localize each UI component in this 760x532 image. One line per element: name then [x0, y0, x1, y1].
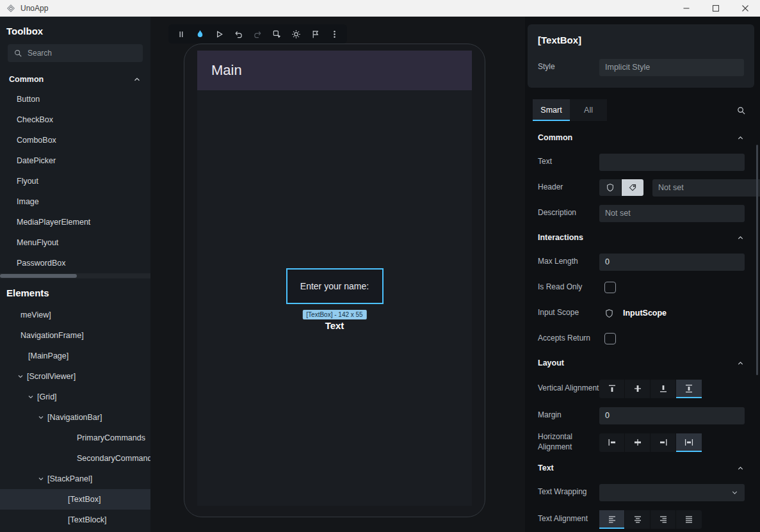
valign-top-button[interactable] [599, 380, 625, 398]
toolbox-item[interactable]: PasswordBox [0, 253, 150, 273]
valign-bottom-button[interactable] [651, 380, 676, 398]
titlebar: UnoApp [0, 0, 760, 17]
close-button[interactable] [731, 0, 760, 16]
tab-all[interactable]: All [570, 99, 607, 121]
drag-handle-icon[interactable] [174, 26, 188, 42]
text-wrapping-label: Text Wrapping [538, 487, 599, 497]
max-length-input[interactable] [599, 254, 745, 271]
toolbox-search-input[interactable] [28, 49, 137, 58]
halign-stretch-button[interactable] [676, 433, 702, 452]
section-text[interactable]: Text [538, 456, 745, 480]
play-icon[interactable] [212, 26, 227, 42]
tree-item[interactable]: PrimaryCommands [0, 428, 150, 448]
tree-item[interactable]: meView] [0, 305, 150, 325]
selection-header-card: [TextBox] Style [528, 24, 754, 88]
input-scope-shield-icon[interactable] [604, 309, 614, 318]
app-window: UnoApp Toolbox Common [0, 0, 760, 532]
toolbox-horizontal-scrollbar[interactable] [0, 273, 150, 278]
more-options-icon[interactable] [327, 26, 342, 42]
element-picker-icon[interactable] [270, 26, 284, 42]
toolbox-item[interactable]: MediaPlayerElement [0, 212, 150, 232]
search-icon [13, 49, 22, 58]
header-binding-shield-icon[interactable] [599, 179, 621, 196]
toolbox-item[interactable]: Flyout [0, 171, 150, 191]
horizontal-alignment-group [599, 433, 702, 452]
redo-icon[interactable] [250, 26, 265, 42]
left-sidebar: Toolbox Common Button CheckBox [0, 17, 150, 532]
toolbox-item[interactable]: ComboBox [0, 130, 150, 150]
toolbox-item[interactable]: MenuFlyout [0, 232, 150, 253]
properties-list: Common Text Header [525, 121, 760, 532]
chevron-down-icon[interactable] [27, 393, 37, 401]
tree-item[interactable]: NavigationFrame] [0, 325, 150, 346]
tree-item[interactable]: [TextBlock] [0, 510, 150, 530]
flag-icon[interactable] [308, 26, 323, 42]
input-scope-value[interactable]: InputScope [623, 309, 667, 318]
toolbox-item[interactable]: DatePicker [0, 150, 150, 171]
theme-toggle-icon[interactable] [289, 26, 303, 42]
hot-reload-flame-icon[interactable] [193, 26, 207, 42]
toolbox-item[interactable]: CheckBox [0, 109, 150, 130]
toolbox-item[interactable]: Image [0, 191, 150, 212]
header-mode-toggle [599, 179, 643, 196]
section-interactions[interactable]: Interactions [538, 226, 745, 249]
tree-item[interactable]: [Grid] [0, 387, 150, 407]
header-tag-icon[interactable] [622, 179, 643, 196]
tree-item[interactable]: [ScrollViewer] [0, 366, 150, 387]
chevron-down-icon[interactable] [37, 414, 47, 421]
design-canvas: Main Enter your name: [TextBox] - 142 x … [150, 17, 525, 532]
text-input[interactable] [599, 154, 745, 171]
tree-item[interactable]: [MainPage] [0, 346, 150, 366]
prop-vertical-alignment-row: Vertical Alignment [538, 375, 745, 403]
text-align-center-button[interactable] [625, 510, 651, 529]
prop-textwrapping-row: Text Wrapping [538, 480, 745, 505]
tree-item[interactable]: [StackPanel] [0, 469, 150, 489]
halign-left-button[interactable] [599, 433, 625, 452]
toolbox-title: Toolbox [0, 17, 150, 43]
minimize-button[interactable] [672, 0, 701, 16]
chevron-up-icon [736, 464, 745, 472]
tree-item[interactable]: SecondaryCommands [0, 448, 150, 469]
chevron-down-icon[interactable] [37, 475, 47, 483]
text-wrapping-dropdown[interactable] [599, 484, 745, 501]
toolbox-group-common[interactable]: Common [0, 70, 150, 89]
text-label: Text [538, 157, 599, 167]
text-align-justify-button[interactable] [676, 510, 702, 529]
tree-item[interactable]: [TextBox] [0, 489, 150, 510]
text-align-right-button[interactable] [651, 510, 676, 529]
description-label: Description [538, 208, 599, 218]
maximize-button[interactable] [701, 0, 731, 16]
properties-search-icon[interactable] [736, 106, 746, 115]
toolbox-item[interactable]: Button [0, 89, 150, 109]
tree-item[interactable]: [NavigationBar] [0, 407, 150, 428]
toolbox-search[interactable] [8, 44, 143, 62]
vertical-alignment-label: Vertical Alignment [538, 383, 599, 394]
style-input[interactable] [599, 59, 744, 76]
prop-horizontal-alignment-row: Horizontal Alignment [538, 428, 745, 456]
inspector-vertical-scrollbar[interactable] [756, 145, 758, 375]
toolbox-list: Button CheckBox ComboBox DatePicker Flyo… [0, 89, 150, 273]
scrollbar-thumb[interactable] [0, 274, 77, 278]
is-read-only-checkbox[interactable] [604, 282, 616, 293]
text-align-left-button[interactable] [599, 510, 625, 529]
undo-icon[interactable] [231, 26, 246, 42]
halign-right-button[interactable] [651, 433, 676, 452]
description-input[interactable] [599, 205, 745, 222]
chevron-down-icon[interactable] [17, 373, 27, 380]
accepts-return-checkbox[interactable] [604, 333, 616, 344]
valign-stretch-button[interactable] [676, 380, 702, 398]
elements-tree: meView] NavigationFrame] [MainPage] [0, 305, 150, 530]
vertical-alignment-group [599, 380, 702, 398]
margin-input[interactable] [599, 407, 745, 424]
window-title: UnoApp [20, 4, 48, 13]
tab-smart[interactable]: Smart [533, 99, 570, 121]
section-common[interactable]: Common [538, 126, 745, 149]
prop-header-row: Header [538, 175, 745, 200]
chevron-down-icon [731, 488, 739, 497]
header-value-input[interactable] [652, 179, 760, 197]
inspector-tabs: Smart All [533, 99, 746, 121]
section-layout[interactable]: Layout [538, 351, 745, 375]
halign-center-button[interactable] [625, 433, 651, 452]
valign-center-button[interactable] [625, 380, 651, 398]
selected-textbox[interactable]: Enter your name: [286, 268, 384, 304]
